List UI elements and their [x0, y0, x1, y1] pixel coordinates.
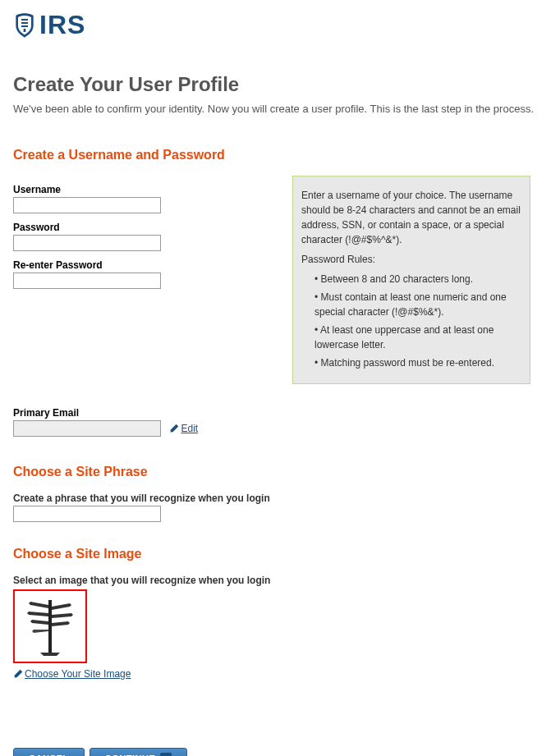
rules-header: Password Rules: — [301, 252, 521, 267]
primary-email-input — [13, 420, 161, 437]
svg-marker-7 — [32, 630, 48, 633]
site-image-preview — [13, 589, 87, 663]
pencil-icon — [13, 669, 23, 679]
edit-text: Edit — [181, 423, 198, 434]
pencil-icon — [169, 424, 179, 433]
username-input[interactable] — [13, 197, 161, 213]
choose-image-text: Choose Your Site Image — [25, 668, 131, 680]
username-label: Username — [13, 184, 276, 195]
section-image-heading: Choose a Site Image — [13, 547, 547, 561]
primary-email-label: Primary Email — [13, 407, 547, 419]
svg-marker-2 — [52, 603, 71, 610]
rule-item: At least one uppercase and at least one … — [314, 323, 521, 352]
irs-logo: IRS — [13, 10, 547, 40]
svg-marker-5 — [30, 620, 48, 625]
password-input[interactable] — [13, 235, 161, 251]
reenter-label: Re-enter Password — [13, 259, 276, 271]
svg-marker-4 — [52, 613, 73, 618]
edit-email-link[interactable]: Edit — [169, 423, 198, 434]
logo-text: IRS — [39, 10, 85, 40]
svg-marker-6 — [52, 621, 70, 626]
image-instruction: Select an image that you will recognize … — [13, 575, 547, 586]
choose-image-link[interactable]: Choose Your Site Image — [13, 668, 131, 680]
reenter-password-input[interactable] — [13, 273, 161, 289]
rule-item: Must contain at least one numeric and on… — [314, 290, 521, 319]
username-note: Enter a username of your choice. The use… — [301, 188, 521, 247]
chevron-right-icon: › — [160, 753, 172, 756]
section-phrase-heading: Choose a Site Phrase — [13, 465, 547, 479]
rule-item: Matching password must be re-entered. — [314, 355, 521, 370]
continue-button[interactable]: CONTINUE › — [90, 748, 187, 756]
section-credentials-heading: Create a Username and Password — [13, 148, 547, 163]
svg-marker-1 — [29, 602, 48, 608]
phrase-instruction: Create a phrase that you will recognize … — [13, 493, 547, 504]
signpost-icon — [24, 597, 76, 656]
intro-text: We've been able to confirm your identity… — [13, 103, 547, 115]
svg-marker-8 — [40, 653, 60, 656]
svg-marker-3 — [27, 612, 48, 616]
irs-seal-icon — [13, 12, 36, 39]
site-phrase-input[interactable] — [13, 506, 161, 522]
password-rules-box: Enter a username of your choice. The use… — [292, 176, 530, 384]
page-title: Create Your User Profile — [13, 73, 547, 96]
svg-rect-0 — [48, 600, 52, 653]
password-label: Password — [13, 222, 276, 233]
cancel-button[interactable]: CANCEL — [13, 748, 85, 756]
rule-item: Between 8 and 20 characters long. — [314, 272, 521, 286]
